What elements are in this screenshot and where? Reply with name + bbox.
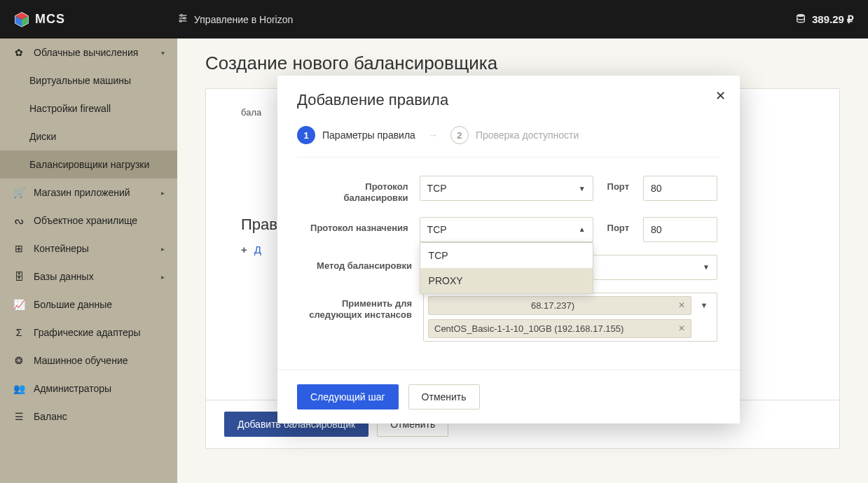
gear2-icon: ❂ [13,355,25,366]
sigma-icon: Σ [13,327,25,338]
stack-icon [795,13,806,26]
chevron-down-icon: ▼ [696,301,712,309]
chevron-down-icon: ▼ [579,185,586,192]
label-method: Метод балансировки [300,255,412,272]
chart-icon: 📈 [13,299,25,310]
chevron-down-icon: ▾ [161,49,165,57]
balance-display[interactable]: 389.29 ₽ [795,13,854,26]
svg-point-9 [179,20,181,22]
storage-icon: ᔓ [13,215,25,226]
sidebar-item-label: Объектное хранилище [34,215,137,226]
step-2-number: 2 [450,126,469,144]
logo-cube-icon [14,12,29,27]
sidebar-item-bigdata[interactable]: 📈 Большие данные [0,290,177,318]
modal-cancel-button[interactable]: Отменить [408,384,480,410]
arrow-right-icon: → [428,130,438,141]
chevron-right-icon: ▸ [161,245,165,253]
label-proto-dest: Протокол назначения [300,217,408,234]
label-port-1: Порт [607,176,629,192]
wizard-steps: 1 Параметры правила → 2 Проверка доступн… [297,109,720,158]
chip-text: CentOS_Basic-1-1-10_10GB (192.168.17.155… [434,323,624,334]
sidebar-item-label: Машинное обучение [34,355,128,366]
chevron-right-icon: ▸ [161,189,165,197]
modal-actions: Следующий шаг Отменить [277,370,740,424]
input-port-1[interactable] [643,176,717,201]
sidebar-item-label: Администраторы [34,383,111,394]
modal-title: Добавление правила [297,91,720,109]
sidebar-item-cloud[interactable]: ✿ Облачные вычисления ▾ [0,38,177,66]
select-value: TCP [427,183,447,194]
sidebar-item-firewall[interactable]: Настройки firewall [0,94,177,122]
select-instances[interactable]: 68.17.237) ✕ ▼ CentOS_Basic-1-1-10_10GB … [423,293,717,342]
sidebar-item-label: Магазин приложений [34,187,130,198]
label-instances: Применить для следующих инстансов [300,293,412,321]
step-2[interactable]: 2 Проверка доступности [450,126,579,144]
svg-point-5 [181,15,183,17]
row-proto-bal: Протокол балансировки TCP ▼ Порт [300,176,717,204]
close-icon[interactable]: ✕ [715,88,726,104]
sidebar-item-balance[interactable]: ☰ Баланс [0,402,177,430]
grid-icon: ⊞ [13,243,25,254]
modal-body: Добавление правила 1 Параметры правила →… [277,76,740,370]
step-1-label: Параметры правила [322,130,415,141]
cloud-icon: ✿ [13,47,25,58]
rule-form: Протокол балансировки TCP ▼ Порт Протоко… [297,158,720,342]
dropdown-proto-dest: TCP PROXY [420,242,593,294]
sidebar-item-label: Контейнеры [34,243,89,254]
option-tcp[interactable]: TCP [420,243,593,268]
sidebar-item-disks[interactable]: Диски [0,122,177,150]
sidebar-item-admins[interactable]: 👥 Администраторы [0,374,177,402]
sidebar-item-storage[interactable]: ᔓ Объектное хранилище [0,206,177,234]
sidebar-item-label: Диски [29,131,56,142]
sidebar: ✿ Облачные вычисления ▾ Виртуальные маши… [0,38,177,483]
next-step-button[interactable]: Следующий шаг [297,384,399,410]
sidebar-item-label: Настройки firewall [29,103,111,114]
sidebar-item-ml[interactable]: ❂ Машинное обучение [0,346,177,374]
plus-icon: + [241,244,247,255]
balance-text: 389.29 ₽ [812,13,854,26]
sidebar-item-databases[interactable]: 🗄 Базы данных ▸ [0,262,177,290]
admin-icon: 👥 [13,383,25,394]
option-proxy[interactable]: PROXY [420,268,593,293]
step-1[interactable]: 1 Параметры правила [297,126,415,144]
brand-text: MCS [35,12,65,27]
input-port-2[interactable] [643,217,717,242]
add-rule-modal: ✕ Добавление правила 1 Параметры правила… [277,76,740,424]
instance-chip-1[interactable]: 68.17.237) ✕ [428,296,691,315]
select-proto-bal[interactable]: TCP ▼ [420,176,593,201]
sidebar-item-apps[interactable]: 🛒 Магазин приложений ▸ [0,178,177,206]
select-proto-dest[interactable]: TCP ▲ TCP PROXY [420,217,593,242]
cart-icon: 🛒 [13,187,25,198]
chip-remove-icon[interactable]: ✕ [678,300,685,310]
sidebar-item-label: Большие данные [34,299,112,310]
horizon-label: Управление в Horizon [194,14,293,25]
add-rule-text: Д [254,244,261,255]
horizon-link[interactable]: Управление в Horizon [177,13,293,26]
sidebar-item-label: Балансировщики нагрузки [29,159,149,170]
row-instances: Применить для следующих инстансов 68.17.… [300,293,717,342]
sidebar-item-label: Облачные вычисления [34,47,138,58]
chip-remove-icon[interactable]: ✕ [678,323,685,333]
sidebar-item-label: Графические адаптеры [34,327,141,338]
chip-text: 68.17.237) [531,300,574,311]
page-title: Создание нового балансировщика [205,52,840,74]
select-value: TCP [427,224,447,235]
chevron-up-icon: ▲ [579,225,586,233]
sidebar-item-vms[interactable]: Виртуальные машины [0,66,177,94]
database-icon: 🗄 [13,271,25,282]
logo[interactable]: MCS [14,12,65,27]
instance-chip-2[interactable]: CentOS_Basic-1-1-10_10GB (192.168.17.155… [428,319,691,338]
label-port-2: Порт [607,217,629,233]
sidebar-item-label: Базы данных [34,271,94,282]
sliders-icon [177,13,188,26]
step-1-number: 1 [297,126,315,144]
svg-point-10 [797,14,805,17]
chevron-right-icon: ▸ [161,273,165,281]
sidebar-item-containers[interactable]: ⊞ Контейнеры ▸ [0,234,177,262]
sidebar-item-gpu[interactable]: Σ Графические адаптеры [0,318,177,346]
sidebar-item-loadbalancers[interactable]: Балансировщики нагрузки [0,150,177,178]
coins-icon: ☰ [13,411,25,422]
label-proto-bal: Протокол балансировки [300,176,408,204]
sidebar-item-label: Баланс [34,411,67,422]
sidebar-item-label: Виртуальные машины [29,75,131,86]
